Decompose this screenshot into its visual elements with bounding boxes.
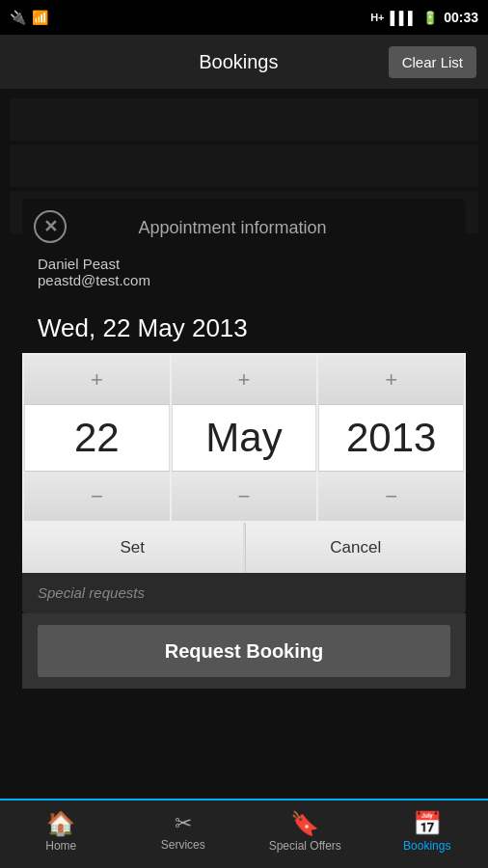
year-increment-button[interactable]: + <box>318 355 464 405</box>
spinners-row: + 22 − + May − + 2013 − <box>22 353 466 523</box>
nav-label-home: Home <box>45 839 76 853</box>
special-requests-label: Special requests <box>38 584 145 601</box>
date-display: Wed, 22 May 2013 <box>22 300 466 353</box>
date-picker-section: Wed, 22 May 2013 + 22 − + May − <box>22 300 466 573</box>
nav-label-bookings: Bookings <box>403 839 450 853</box>
cancel-button[interactable]: Cancel <box>245 523 467 573</box>
appointment-dialog: ✕ Appointment information Daniel Peast p… <box>22 199 466 689</box>
nav-label-services: Services <box>161 838 205 852</box>
day-value[interactable]: 22 <box>24 405 170 471</box>
dialog-title: Appointment information <box>38 218 427 238</box>
month-increment-button[interactable]: + <box>172 355 317 405</box>
nav-item-bookings[interactable]: 📅 Bookings <box>366 800 489 868</box>
day-increment-button[interactable]: + <box>24 355 170 405</box>
hplus-icon: H+ <box>370 12 384 23</box>
year-value[interactable]: 2013 <box>318 405 464 471</box>
background-content: ✕ Appointment information Daniel Peast p… <box>0 89 488 799</box>
nav-item-special-offers[interactable]: 🔖 Special Offers <box>244 800 366 868</box>
clear-list-button[interactable]: Clear List <box>389 46 476 78</box>
dialog-header: ✕ Appointment information <box>22 199 466 248</box>
home-icon: 🏠 <box>46 812 75 835</box>
month-decrement-button[interactable]: − <box>172 471 317 521</box>
page-title: Bookings <box>89 51 389 73</box>
request-booking-bar: Request Booking <box>22 613 466 689</box>
nav-label-special-offers: Special Offers <box>269 839 341 853</box>
bottom-nav: 🏠 Home ✂ Services 🔖 Special Offers 📅 Boo… <box>0 799 488 868</box>
day-decrement-button[interactable]: − <box>24 471 170 521</box>
day-spinner: + 22 − <box>24 355 170 521</box>
user-name: Daniel Peast <box>38 256 450 272</box>
services-icon: ✂ <box>175 813 192 834</box>
year-decrement-button[interactable]: − <box>318 471 464 521</box>
request-booking-button[interactable]: Request Booking <box>38 625 450 677</box>
top-bar: Bookings Clear List <box>0 35 488 89</box>
set-button[interactable]: Set <box>22 523 243 573</box>
status-bar: 🔌 📶 H+ ▌▌▌ 🔋 00:33 <box>0 0 488 35</box>
user-email: peastd@test.com <box>38 272 450 288</box>
usb-icon: 🔌 <box>10 10 26 25</box>
nav-item-home[interactable]: 🏠 Home <box>0 800 122 868</box>
year-spinner: + 2013 − <box>318 355 464 521</box>
user-info: Daniel Peast peastd@test.com <box>22 248 466 300</box>
status-right-icons: H+ ▌▌▌ 🔋 00:33 <box>370 10 478 25</box>
close-button[interactable]: ✕ <box>34 210 67 243</box>
wifi-icon: 📶 <box>32 10 48 25</box>
bookings-icon: 📅 <box>413 812 442 835</box>
date-text: Wed, 22 May 2013 <box>38 313 248 342</box>
battery-icon: 🔋 <box>422 11 438 25</box>
special-offers-icon: 🔖 <box>290 812 319 835</box>
status-left-icons: 🔌 📶 <box>10 10 48 25</box>
dialog-inner: ✕ Appointment information Daniel Peast p… <box>22 199 466 613</box>
month-value[interactable]: May <box>172 405 317 471</box>
signal-icon: ▌▌▌ <box>391 11 418 25</box>
dialog-buttons: Set Cancel <box>22 523 466 573</box>
clock: 00:33 <box>444 10 478 25</box>
month-spinner: + May − <box>172 355 317 521</box>
special-requests-area: Special requests <box>22 573 466 613</box>
nav-item-services[interactable]: ✂ Services <box>122 800 245 868</box>
